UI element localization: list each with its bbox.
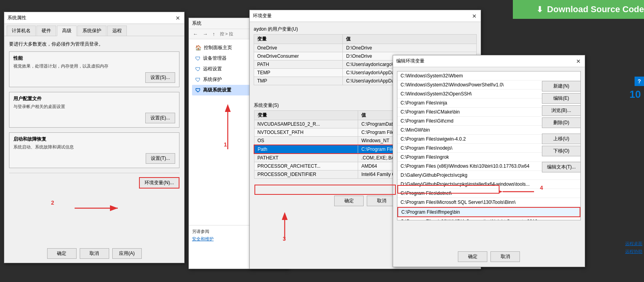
tab-remote[interactable]: 远程: [107, 26, 127, 36]
sys-props-title: 系统属性: [7, 15, 26, 21]
help-button[interactable]: ?: [635, 77, 644, 86]
cell-onedrive-value: D:\OneDrive: [343, 44, 477, 52]
edit-env-moveup-button[interactable]: 上移(U): [542, 134, 581, 144]
banner-text: Download Source Code: [547, 4, 644, 15]
startup-desc: 系统启动、系统故障和调试信息: [13, 144, 175, 150]
startup-section: 启动和故障恢复 系统启动、系统故障和调试信息 设置(T)...: [9, 132, 179, 168]
user-vars-label: aydon 的用户变量(U): [254, 26, 477, 33]
shield-icon-2: 🛡: [195, 66, 201, 72]
user-profile-settings-button[interactable]: 设置(E)...: [145, 113, 175, 123]
bottom-link-2[interactable]: 远程协助: [625, 249, 642, 255]
sys-col-name: 变量: [254, 111, 358, 120]
tab-computer-name[interactable]: 计算机名: [7, 26, 36, 36]
edit-env-titlebar: 编辑环境变量 ✕: [393, 55, 585, 67]
bottom-link-1[interactable]: 远程桌面: [625, 241, 642, 247]
startup-settings-button[interactable]: 设置(T)...: [146, 153, 175, 164]
path-item-13[interactable]: C:\Program Files\dotnet\: [397, 189, 580, 198]
user-profile-section: 用户配置文件 与登录帐户相关的桌面设置 设置(E)...: [9, 92, 179, 128]
shield-icon-1: 🛡: [195, 55, 201, 62]
env-dialog-close-button[interactable]: ✕: [471, 13, 478, 19]
edit-env-footer: 确定 取消: [393, 251, 585, 262]
cell-os-name: OS: [254, 137, 358, 145]
green-banner: ⬇ Download Source Code: [513, 0, 644, 19]
edit-env-actions: 新建(N) 编辑(E) 浏览(B)... 删除(D) 上移(U) 下移(O) 编…: [542, 81, 581, 172]
env-dialog-titlebar: 环境变量 ✕: [250, 10, 481, 22]
env-dialog-cancel-button[interactable]: 取消: [367, 196, 396, 206]
system-properties-dialog: 系统属性 ✕ 计算机名 硬件 高级 系统保护 远程 要进行大多数更改，你必须作为…: [4, 12, 185, 263]
banner-icon: ⬇: [536, 5, 543, 14]
performance-section: 性能 视觉效果，处理器计划，内存使用，以及虚拟内存 设置(S)...: [9, 51, 179, 87]
cell-temp-name: TEMP: [254, 69, 343, 77]
tab-bar: 计算机名 硬件 高级 系统保护 远程: [4, 24, 184, 36]
cell-path-name: PATH: [254, 60, 343, 69]
sys-props-apply-button[interactable]: 应用(A): [112, 248, 142, 259]
user-col-value: 值: [343, 35, 477, 44]
edit-env-movedown-button[interactable]: 下移(O): [542, 146, 581, 156]
sys-window-title: 系统: [192, 20, 201, 27]
shield-icon-3: 🛡: [195, 77, 201, 83]
cell-onedriveconsumer-name: OneDriveConsumer: [254, 52, 343, 60]
nav-label-4: 高级系统设置: [203, 87, 231, 93]
edit-env-edittext-button[interactable]: 编辑文本(T)...: [542, 162, 581, 172]
edit-env-cancel-button[interactable]: 取消: [490, 251, 520, 262]
edit-env-edit-button[interactable]: 编辑(E): [542, 93, 581, 104]
sys-props-cancel-button[interactable]: 取消: [80, 248, 109, 259]
path-item-12[interactable]: D:\Gallery\GithubProjects\vcpkg\installe…: [397, 180, 580, 189]
sys-props-content: 要进行大多数更改，你必须作为管理员登录。 性能 视觉效果，处理器计划，内存使用，…: [4, 36, 184, 193]
edit-env-title: 编辑环境变量: [396, 58, 424, 64]
cell-cuda-name: NVCUDASAMPLES10_2_R...: [254, 120, 358, 128]
cell-pathext-name: PATHEXT: [254, 154, 358, 162]
sys-props-ok-button[interactable]: 确定: [47, 248, 77, 259]
cell-nvtools-name: NVTOOLSEXT_PATH: [254, 128, 358, 137]
user-col-name: 变量: [254, 35, 343, 44]
performance-title: 性能: [13, 55, 175, 62]
shield-icon-4: 🛡: [195, 87, 201, 93]
sys-props-footer: 确定 取消 应用(A): [4, 248, 184, 259]
performance-settings-button[interactable]: 设置(S)...: [145, 72, 175, 83]
blue-number-10: 10: [629, 88, 641, 101]
startup-title: 启动和故障恢复: [13, 136, 175, 143]
forward-icon[interactable]: →: [201, 30, 209, 38]
path-item-0[interactable]: C:\Windows\System32\Wbem: [397, 71, 580, 81]
tab-hardware[interactable]: 硬件: [37, 26, 56, 36]
cell-procid-name: PROCESSOR_IDENTIFIER: [254, 170, 358, 179]
env-dialog-ok-button[interactable]: 确定: [334, 196, 364, 206]
home-icon: 🏠: [195, 45, 201, 51]
user-profile-desc: 与登录帐户相关的桌面设置: [13, 104, 175, 110]
tab-advanced[interactable]: 高级: [57, 26, 77, 36]
cell-procarch-name: PROCESSOR_ARCHITECT...: [254, 162, 358, 170]
env-dialog-title: 环境变量: [253, 13, 272, 19]
edit-env-dialog: 编辑环境变量 ✕ C:\Windows\System32\Wbem C:\Win…: [393, 55, 585, 267]
path-item-ffmpeg[interactable]: C:\Program Files\ffmpeg\bin: [397, 207, 580, 217]
back-icon[interactable]: ←: [191, 30, 199, 38]
edit-env-delete-button[interactable]: 删除(D): [542, 117, 581, 128]
cell-tmp-name: TMP: [254, 77, 343, 85]
user-profile-title: 用户配置文件: [13, 95, 175, 102]
sys-props-titlebar: 系统属性 ✕: [4, 12, 184, 24]
edit-env-content: C:\Windows\System32\Wbem C:\Windows\Syst…: [393, 67, 585, 266]
nav-label-1: 设备管理器: [203, 55, 227, 62]
nav-label-3: 系统保护: [203, 76, 222, 83]
user-var-onedrive[interactable]: OneDrive D:\OneDrive: [254, 44, 477, 52]
edit-env-browse-button[interactable]: 浏览(B)...: [542, 105, 581, 116]
edit-env-ok-button[interactable]: 确定: [458, 251, 487, 262]
tab-system-protection[interactable]: 系统保护: [77, 26, 106, 36]
path-item-16[interactable]: C:\Program Files (x86)\NVIDIA Corporatio…: [397, 217, 580, 220]
up-icon[interactable]: ↑: [211, 30, 217, 38]
edit-env-new-button[interactable]: 新建(N): [542, 81, 581, 92]
nav-label-2: 远程设置: [203, 66, 222, 72]
sys-props-topdesc: 要进行大多数更改，你必须作为管理员登录。: [9, 41, 179, 48]
cell-syspath-name: Path: [254, 145, 358, 154]
edit-env-close-button[interactable]: ✕: [575, 58, 582, 64]
cell-ondedrive-name: OneDrive: [254, 44, 343, 52]
env-variables-button[interactable]: 环境变量(N)...: [139, 177, 179, 189]
performance-desc: 视觉效果，处理器计划，内存使用，以及虚拟内存: [13, 63, 175, 69]
nav-label-0: 控制面板主页: [204, 44, 232, 51]
sys-props-close-button[interactable]: ✕: [175, 15, 181, 21]
env-button-area: 环境变量(N)...: [9, 173, 179, 189]
path-item-14[interactable]: C:\Program Files\Microsoft SQL Server\13…: [397, 198, 580, 207]
